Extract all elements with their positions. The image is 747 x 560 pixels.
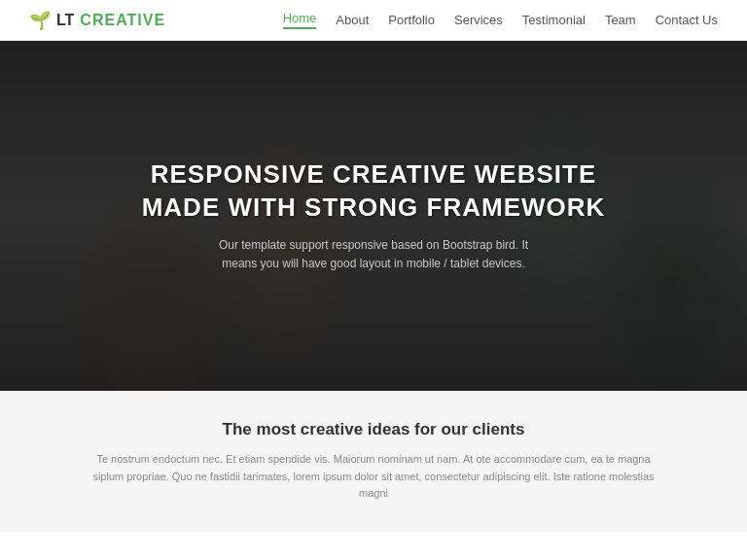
main-nav: Home About Portfolio Services Testimonia… [283,11,718,29]
nav-contact[interactable]: Contact Us [656,13,718,27]
logo-icon: 🌱 [29,10,51,31]
intro-description: Te nostrum endoctum nec. Et etiam spendi… [82,451,665,503]
header: 🌱 LT CREATIVE Home About Portfolio Servi… [0,0,747,41]
nav-services[interactable]: Services [454,13,503,27]
logo: 🌱 LT CREATIVE [29,10,165,31]
features-section: RETINA READY Lorem ipsum dolor sit amet,… [0,532,747,560]
hero-content: RESPONSIVE CREATIVE WEBSITE MADE WITH ST… [123,139,625,293]
nav-testimonial[interactable]: Testimonial [522,13,586,27]
intro-heading: The most creative ideas for our clients [78,420,669,439]
nav-team[interactable]: Team [605,13,636,27]
hero-section: RESPONSIVE CREATIVE WEBSITE MADE WITH ST… [0,41,747,391]
nav-portfolio[interactable]: Portfolio [388,13,435,27]
nav-about[interactable]: About [336,13,369,27]
logo-creative: CREATIVE [80,12,165,29]
intro-section: The most creative ideas for our clients … [0,391,747,532]
logo-lt: LT [56,12,74,29]
nav-home[interactable]: Home [283,11,317,29]
hero-subtitle: Our template support responsive based on… [218,236,529,273]
hero-title: RESPONSIVE CREATIVE WEBSITE MADE WITH ST… [142,158,606,225]
